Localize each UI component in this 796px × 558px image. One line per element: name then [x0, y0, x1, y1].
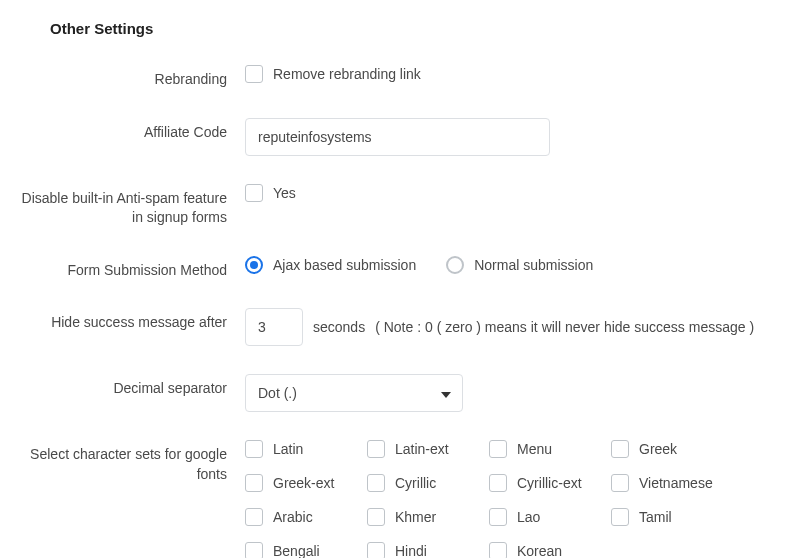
charset-label: Menu: [517, 441, 552, 457]
charset-checkbox[interactable]: [367, 542, 385, 558]
decimal-select-wrap: Dot (.): [245, 374, 463, 412]
charset-checkbox[interactable]: [489, 440, 507, 458]
charset-item[interactable]: Bengali: [245, 542, 367, 558]
row-hide-msg: Hide success message after seconds ( Not…: [20, 308, 776, 346]
row-affiliate: Affiliate Code: [20, 118, 776, 156]
charset-item[interactable]: Vietnamese: [611, 474, 733, 492]
hide-msg-unit: seconds: [313, 319, 365, 335]
row-submission: Form Submission Method Ajax based submis…: [20, 256, 776, 281]
hide-msg-note: ( Note : 0 ( zero ) means it will never …: [375, 319, 754, 335]
row-rebranding: Rebranding Remove rebranding link: [20, 65, 776, 90]
charset-label: Bengali: [273, 543, 320, 558]
charset-item[interactable]: Cyrillic-ext: [489, 474, 611, 492]
charset-checkbox[interactable]: [245, 542, 263, 558]
settings-container: Other Settings Rebranding Remove rebrand…: [0, 20, 796, 558]
charset-item[interactable]: Hindi: [367, 542, 489, 558]
charset-item[interactable]: Arabic: [245, 508, 367, 526]
radio-normal-label: Normal submission: [474, 257, 593, 273]
control-decimal: Dot (.): [245, 374, 776, 412]
charset-grid: Latin Latin-ext Menu Greek Greek-ext Cyr…: [245, 440, 733, 558]
row-charsets: Select character sets for google fonts L…: [20, 440, 776, 558]
charset-label: Arabic: [273, 509, 313, 525]
charset-checkbox[interactable]: [245, 474, 263, 492]
control-charsets: Latin Latin-ext Menu Greek Greek-ext Cyr…: [245, 440, 776, 558]
label-rebranding: Rebranding: [20, 65, 245, 90]
charset-checkbox[interactable]: [611, 508, 629, 526]
control-rebranding: Remove rebranding link: [245, 65, 776, 83]
charset-label: Latin: [273, 441, 303, 457]
charset-checkbox[interactable]: [489, 508, 507, 526]
label-antispam: Disable built-in Anti-spam feature in si…: [20, 184, 245, 228]
charset-item[interactable]: Lao: [489, 508, 611, 526]
charset-checkbox[interactable]: [245, 508, 263, 526]
charset-item[interactable]: Greek: [611, 440, 733, 458]
rebranding-checkbox-label: Remove rebranding link: [273, 66, 421, 82]
charset-label: Lao: [517, 509, 540, 525]
charset-label: Greek: [639, 441, 677, 457]
label-submission: Form Submission Method: [20, 256, 245, 281]
control-affiliate: [245, 118, 776, 156]
row-antispam: Disable built-in Anti-spam feature in si…: [20, 184, 776, 228]
label-charsets: Select character sets for google fonts: [20, 440, 245, 484]
charset-label: Khmer: [395, 509, 436, 525]
charset-checkbox[interactable]: [489, 474, 507, 492]
charset-label: Latin-ext: [395, 441, 449, 457]
charset-checkbox[interactable]: [367, 440, 385, 458]
charset-checkbox[interactable]: [367, 474, 385, 492]
charset-item[interactable]: Menu: [489, 440, 611, 458]
antispam-checkbox-wrap[interactable]: Yes: [245, 184, 296, 202]
charset-item[interactable]: Latin-ext: [367, 440, 489, 458]
charset-checkbox[interactable]: [367, 508, 385, 526]
antispam-checkbox[interactable]: [245, 184, 263, 202]
radio-normal-wrap[interactable]: Normal submission: [446, 256, 593, 274]
control-hide-msg: seconds ( Note : 0 ( zero ) means it wil…: [245, 308, 776, 346]
charset-label: Greek-ext: [273, 475, 334, 491]
charset-label: Tamil: [639, 509, 672, 525]
charset-checkbox[interactable]: [245, 440, 263, 458]
charset-item[interactable]: Cyrillic: [367, 474, 489, 492]
rebranding-checkbox-wrap[interactable]: Remove rebranding link: [245, 65, 421, 83]
control-antispam: Yes: [245, 184, 776, 202]
label-hide-msg: Hide success message after: [20, 308, 245, 333]
row-decimal: Decimal separator Dot (.): [20, 374, 776, 412]
antispam-checkbox-label: Yes: [273, 185, 296, 201]
control-submission: Ajax based submission Normal submission: [245, 256, 776, 274]
charset-checkbox[interactable]: [611, 474, 629, 492]
decimal-select[interactable]: Dot (.): [245, 374, 463, 412]
rebranding-checkbox[interactable]: [245, 65, 263, 83]
section-title: Other Settings: [20, 20, 776, 37]
charset-label: Hindi: [395, 543, 427, 558]
charset-label: Cyrillic-ext: [517, 475, 582, 491]
charset-item[interactable]: Khmer: [367, 508, 489, 526]
charset-label: Korean: [517, 543, 562, 558]
label-affiliate: Affiliate Code: [20, 118, 245, 143]
charset-item[interactable]: Latin: [245, 440, 367, 458]
charset-item[interactable]: Korean: [489, 542, 611, 558]
charset-item[interactable]: Tamil: [611, 508, 733, 526]
charset-checkbox[interactable]: [489, 542, 507, 558]
charset-label: Cyrillic: [395, 475, 436, 491]
radio-normal[interactable]: [446, 256, 464, 274]
hide-msg-seconds-input[interactable]: [245, 308, 303, 346]
radio-ajax-wrap[interactable]: Ajax based submission: [245, 256, 416, 274]
charset-checkbox[interactable]: [611, 440, 629, 458]
charset-label: Vietnamese: [639, 475, 713, 491]
label-decimal: Decimal separator: [20, 374, 245, 399]
affiliate-code-input[interactable]: [245, 118, 550, 156]
charset-item[interactable]: Greek-ext: [245, 474, 367, 492]
radio-ajax-label: Ajax based submission: [273, 257, 416, 273]
radio-ajax[interactable]: [245, 256, 263, 274]
